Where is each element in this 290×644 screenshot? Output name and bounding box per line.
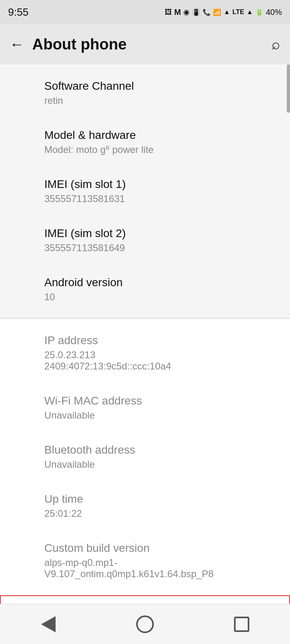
bluetooth-value: Unavailable bbox=[44, 459, 270, 470]
lte-label: LTE bbox=[232, 8, 244, 16]
imei2-title: IMEI (sim slot 2) bbox=[44, 227, 270, 240]
model-hardware-value: Model: moto g⁸ power lite bbox=[44, 144, 270, 155]
ip-address-title: IP address bbox=[44, 334, 270, 347]
list-item[interactable]: Android version 10 bbox=[0, 265, 290, 314]
list-item[interactable]: Wi-Fi MAC address Unavailable bbox=[0, 383, 290, 432]
custom-build-title: Custom build version bbox=[44, 542, 270, 555]
content: Software Channel retin Model & hardware … bbox=[0, 64, 290, 644]
gmail-icon: M bbox=[174, 8, 181, 17]
wifi-mac-value: Unavailable bbox=[44, 410, 270, 421]
android-version-title: Android version bbox=[44, 276, 270, 289]
software-channel-value: retin bbox=[44, 95, 270, 106]
list-item[interactable]: IP address 25.0.23.2132409:4072:13:9c5d:… bbox=[0, 323, 290, 383]
list-item[interactable]: Up time 25:01:22 bbox=[0, 481, 290, 530]
list-item[interactable]: IMEI (sim slot 2) 355557113581649 bbox=[0, 216, 290, 265]
section-white: IP address 25.0.23.2132409:4072:13:9c5d:… bbox=[0, 319, 290, 595]
gallery-icon: 🖼 bbox=[165, 8, 172, 17]
uptime-title: Up time bbox=[44, 493, 270, 506]
back-triangle-icon bbox=[41, 616, 56, 632]
camera-icon: ◉ bbox=[183, 8, 190, 17]
software-channel-title: Software Channel bbox=[44, 80, 270, 93]
call-icon: 📞 bbox=[203, 8, 211, 16]
list-item[interactable]: Model & hardware Model: moto g⁸ power li… bbox=[0, 118, 290, 167]
battery-icon: 🔋 bbox=[255, 8, 263, 16]
status-icons: 🖼 M ◉ 📳 📞 📶 ▲ LTE ▲ 🔋 40% bbox=[165, 8, 282, 17]
list-item[interactable]: Custom build version alps-mp-q0.mp1-V9.1… bbox=[0, 530, 290, 591]
home-circle-icon bbox=[136, 615, 154, 633]
scrollbar-thumb[interactable] bbox=[287, 64, 290, 113]
wifi-mac-title: Wi-Fi MAC address bbox=[44, 394, 270, 407]
imei1-value: 355557113581631 bbox=[44, 193, 270, 204]
nav-home-button[interactable] bbox=[133, 612, 157, 636]
nav-back-button[interactable] bbox=[36, 612, 60, 636]
status-bar: 9:55 🖼 M ◉ 📳 📞 📶 ▲ LTE ▲ 🔋 40% bbox=[0, 0, 290, 24]
imei1-title: IMEI (sim slot 1) bbox=[44, 178, 270, 191]
app-bar: ← About phone ⌕ bbox=[0, 24, 290, 64]
custom-build-value: alps-mp-q0.mp1-V9.107_ontim.q0mp1.k61v1.… bbox=[44, 557, 270, 580]
android-version-value: 10 bbox=[44, 291, 270, 303]
list-item[interactable]: Bluetooth address Unavailable bbox=[0, 432, 290, 481]
bluetooth-title: Bluetooth address bbox=[44, 444, 270, 456]
wifi-icon: 📶 bbox=[213, 8, 221, 16]
list-item[interactable]: IMEI (sim slot 1) 355557113581631 bbox=[0, 167, 290, 216]
list-item[interactable]: Software Channel retin bbox=[0, 68, 290, 118]
battery-percent: 40% bbox=[266, 8, 282, 17]
page-title: About phone bbox=[32, 36, 263, 53]
model-hardware-title: Model & hardware bbox=[44, 129, 270, 142]
status-time: 9:55 bbox=[8, 6, 29, 19]
ip-address-value: 25.0.23.2132409:4072:13:9c5d::ccc:10a4 bbox=[44, 349, 270, 372]
search-button[interactable]: ⌕ bbox=[271, 36, 280, 53]
vibrate-icon: 📳 bbox=[192, 8, 200, 16]
back-button[interactable]: ← bbox=[10, 36, 24, 53]
signal2-icon: ▲ bbox=[246, 8, 253, 16]
nav-recent-button[interactable] bbox=[230, 612, 254, 636]
imei2-value: 355557113581649 bbox=[44, 242, 270, 254]
uptime-value: 25:01:22 bbox=[44, 508, 270, 519]
signal-icon: ▲ bbox=[224, 8, 230, 16]
recent-square-icon bbox=[234, 617, 249, 632]
section-gray: Software Channel retin Model & hardware … bbox=[0, 64, 290, 318]
nav-bar bbox=[0, 604, 290, 644]
